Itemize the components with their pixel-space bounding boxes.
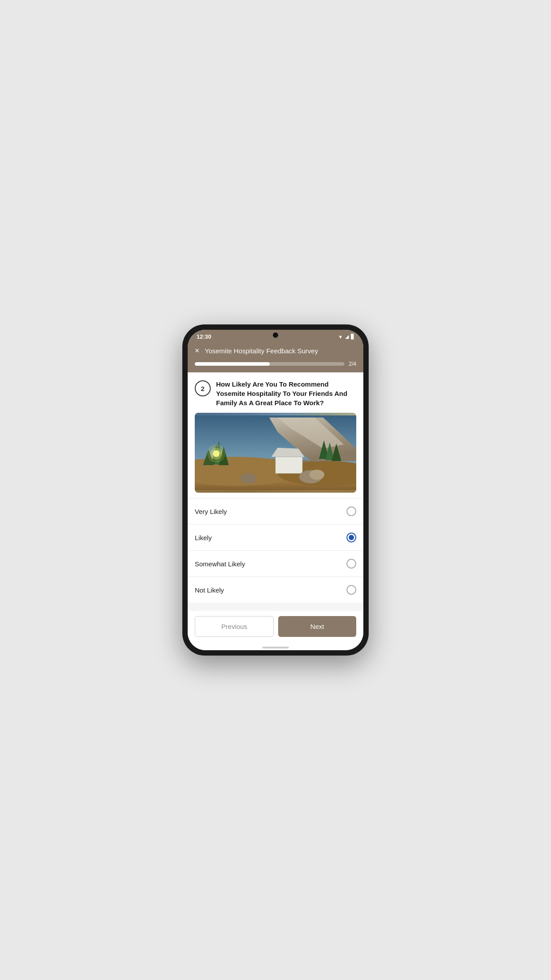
radio-not-likely[interactable] xyxy=(346,585,356,595)
option-very-likely[interactable]: Very Likely xyxy=(188,498,363,525)
svg-point-19 xyxy=(207,444,225,462)
option-very-likely-label: Very Likely xyxy=(195,508,227,515)
svg-rect-14 xyxy=(276,457,303,473)
signal-icon: ◢ xyxy=(345,334,349,340)
previous-button[interactable]: Previous xyxy=(195,616,274,637)
option-likely-label: Likely xyxy=(195,534,212,541)
top-bar: × Yosemite Hospitality Feedback Survey xyxy=(188,343,363,361)
question-text: How Likely Are You To Recommend Yosemite… xyxy=(216,379,356,407)
option-not-likely-label: Not Likely xyxy=(195,586,224,594)
home-bar xyxy=(262,647,289,648)
options-spacer xyxy=(188,603,363,610)
svg-point-21 xyxy=(310,470,325,479)
radio-very-likely[interactable] xyxy=(346,506,356,516)
question-number: 2 xyxy=(195,380,211,396)
progress-track xyxy=(195,362,344,366)
radio-somewhat-likely[interactable] xyxy=(346,559,356,569)
progress-bar-container: 2/4 xyxy=(188,361,363,372)
options-list: Very Likely Likely Somewhat Likely Not L… xyxy=(188,498,363,603)
content-area: 2 How Likely Are You To Recommend Yosemi… xyxy=(188,372,363,610)
camera-notch xyxy=(273,332,278,338)
wifi-icon: ▼ xyxy=(338,334,343,340)
radio-likely[interactable] xyxy=(346,533,356,542)
survey-title: Yosemite Hospitality Feedback Survey xyxy=(205,347,318,355)
next-button[interactable]: Next xyxy=(278,616,356,637)
close-button[interactable]: × xyxy=(195,346,200,356)
svg-point-22 xyxy=(240,474,257,483)
landscape-svg xyxy=(195,413,356,493)
option-somewhat-likely-label: Somewhat Likely xyxy=(195,560,245,568)
progress-fill xyxy=(195,362,270,366)
option-likely[interactable]: Likely xyxy=(188,525,363,551)
option-not-likely[interactable]: Not Likely xyxy=(188,577,363,603)
option-somewhat-likely[interactable]: Somewhat Likely xyxy=(188,551,363,577)
progress-label: 2/4 xyxy=(349,361,356,367)
phone-frame: 12:30 ▼ ◢ ▊ × Yosemite Hospitality Feedb… xyxy=(182,324,369,656)
home-indicator xyxy=(188,644,363,650)
survey-image xyxy=(195,413,356,493)
phone-screen: 12:30 ▼ ◢ ▊ × Yosemite Hospitality Feedb… xyxy=(188,330,363,650)
bottom-nav: Previous Next xyxy=(188,610,363,644)
question-section: 2 How Likely Are You To Recommend Yosemi… xyxy=(188,372,363,413)
status-time: 12:30 xyxy=(197,333,211,340)
battery-icon: ▊ xyxy=(351,334,354,340)
status-icons: ▼ ◢ ▊ xyxy=(338,334,354,340)
